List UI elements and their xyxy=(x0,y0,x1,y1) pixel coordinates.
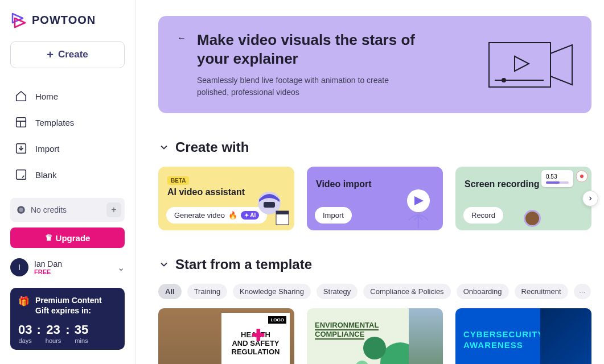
templates-icon xyxy=(15,116,27,129)
fire-icon: 🔥 xyxy=(228,211,237,220)
svg-rect-11 xyxy=(264,202,275,208)
svg-marker-6 xyxy=(550,45,572,85)
brand-logo[interactable]: POWTOON xyxy=(10,11,125,28)
svg-rect-0 xyxy=(17,118,26,127)
tag-recruitment[interactable]: Recruitment xyxy=(515,284,568,299)
rec-value-pill: 0.53 xyxy=(541,170,573,187)
avatar: I xyxy=(10,258,28,276)
tag-compliance-policies[interactable]: Compliance & Policies xyxy=(363,284,450,299)
card-video-import[interactable]: Video import Import xyxy=(307,167,443,230)
camera-icon xyxy=(488,39,573,90)
logo-icon xyxy=(10,11,27,28)
create-label: Create xyxy=(58,49,88,60)
gift-icon: 🎁 xyxy=(18,296,30,307)
plus-icon: + xyxy=(47,48,54,61)
tag-onboarding[interactable]: Onboarding xyxy=(457,284,509,299)
hero-title: Make video visuals the stars of your exp… xyxy=(197,31,419,68)
svg-rect-2 xyxy=(17,170,26,180)
brand-name: POWTOON xyxy=(32,14,96,27)
avatar-bubble xyxy=(524,210,541,227)
nav-blank[interactable]: Blank xyxy=(10,163,125,187)
cd-hours: 23 xyxy=(46,322,61,337)
credits-label: No credits xyxy=(31,205,67,214)
create-button[interactable]: + Create xyxy=(10,41,125,68)
create-with-cards: BETA AI video assistant Generate video 🔥… xyxy=(158,167,591,230)
import-illustration xyxy=(398,187,438,230)
scroll-next-button[interactable] xyxy=(582,191,598,206)
create-with-head[interactable]: Create with xyxy=(158,139,598,155)
templates-head[interactable]: Start from a template xyxy=(158,257,598,272)
tag-more[interactable]: ··· xyxy=(574,284,591,299)
record-button[interactable]: Record xyxy=(463,207,503,224)
create-with-title: Create with xyxy=(175,139,249,155)
nav-import-label: Import xyxy=(35,144,60,154)
user-plan-badge: FREE xyxy=(34,268,112,275)
blank-icon xyxy=(15,168,27,181)
countdown: 03days : 23hours : 35mins xyxy=(18,322,117,344)
chevron-down-icon: ⌄ xyxy=(117,262,125,273)
credits-row: No credits + xyxy=(10,198,125,222)
rec-badge-icon xyxy=(576,170,588,183)
upgrade-label: Upgrade xyxy=(56,233,91,243)
template-environmental-compliance[interactable]: ENVIRONMENTAL COMPLIANCE xyxy=(307,308,443,364)
chevron-right-icon xyxy=(587,195,594,202)
chevron-down-icon xyxy=(158,259,170,270)
nav-templates-label: Templates xyxy=(35,118,74,127)
crown-icon: ♛ xyxy=(45,233,52,243)
premium-gift-banner: 🎁 Premium Content Gift expires in: 03day… xyxy=(10,288,125,350)
template-logo-badge: LOGO xyxy=(268,316,286,324)
card-ai-assistant[interactable]: BETA AI video assistant Generate video 🔥… xyxy=(158,167,294,230)
nav-home-label: Home xyxy=(35,92,58,101)
nav-templates[interactable]: Templates xyxy=(10,110,125,134)
user-menu[interactable]: I Ian Dan FREE ⌄ xyxy=(10,258,125,276)
template-cards: LOGO ✚ HEALTH AND SAFETY REGULATION ENVI… xyxy=(158,308,591,364)
nav-home[interactable]: Home xyxy=(10,84,125,108)
sidebar: POWTOON + Create Home Templates Import B… xyxy=(0,0,135,364)
svg-rect-13 xyxy=(276,211,289,214)
upgrade-button[interactable]: ♛ Upgrade xyxy=(10,228,125,248)
import-button[interactable]: Import xyxy=(315,207,352,224)
cross-icon: ✚ xyxy=(252,326,265,345)
main-content: ← Make video visuals the stars of your e… xyxy=(135,0,604,364)
tag-all[interactable]: All xyxy=(158,284,182,299)
svg-point-4 xyxy=(19,208,23,212)
nav-import[interactable]: Import xyxy=(10,136,125,160)
template-tags: All Training Knowledge Sharing Strategy … xyxy=(158,284,591,299)
svg-point-17 xyxy=(580,175,584,178)
premium-title: Premium Content Gift expires in: xyxy=(35,296,117,316)
tag-training[interactable]: Training xyxy=(187,284,227,299)
hero-subtitle: Seamlessly blend live footage with anima… xyxy=(197,75,419,98)
templates-title: Start from a template xyxy=(175,257,312,272)
card-screen-recording[interactable]: Screen recording Record 0.53 xyxy=(455,167,591,230)
nav-blank-label: Blank xyxy=(35,170,57,180)
cd-mins: 35 xyxy=(75,322,88,337)
svg-point-9 xyxy=(502,78,506,82)
hero-back-button[interactable]: ← xyxy=(174,31,189,46)
template-health-safety[interactable]: LOGO ✚ HEALTH AND SAFETY REGULATION xyxy=(158,308,294,364)
add-credits-button[interactable]: + xyxy=(106,202,121,217)
user-name: Ian Dan xyxy=(34,259,112,268)
import-icon xyxy=(15,142,27,155)
tag-strategy[interactable]: Strategy xyxy=(317,284,358,299)
svg-marker-7 xyxy=(515,56,529,71)
sidebar-nav: Home Templates Import Blank xyxy=(10,84,125,187)
beta-badge: BETA xyxy=(167,176,189,185)
tag-knowledge-sharing[interactable]: Knowledge Sharing xyxy=(233,284,311,299)
home-icon xyxy=(15,90,27,102)
ai-illustration xyxy=(252,188,292,228)
cd-days: 03 xyxy=(18,322,32,337)
hero-banner: ← Make video visuals the stars of your e… xyxy=(158,16,591,113)
template-cybersecurity-awareness[interactable]: CYBERSECURITY AWARENESS xyxy=(455,308,591,364)
credits-icon xyxy=(16,205,26,215)
chevron-down-icon xyxy=(158,142,170,153)
